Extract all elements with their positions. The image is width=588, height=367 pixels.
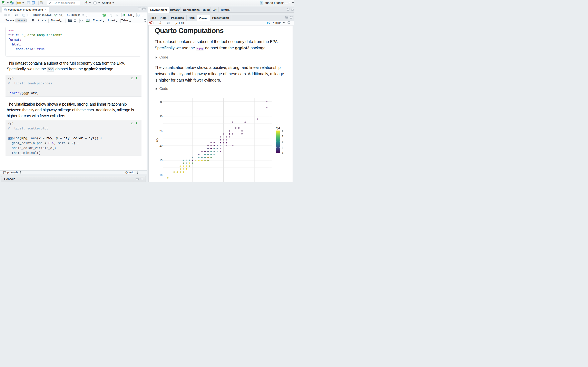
svg-text:8: 8 xyxy=(282,129,284,132)
svg-text:4: 4 xyxy=(282,151,284,155)
svg-text:30: 30 xyxy=(159,115,163,118)
svg-text:5: 5 xyxy=(282,146,284,149)
svg-text:ABC: ABC xyxy=(54,13,57,15)
svg-text:cyl: cyl xyxy=(276,126,280,130)
svg-text:cty: cty xyxy=(155,138,159,142)
svg-text:7: 7 xyxy=(282,135,284,138)
svg-text:15: 15 xyxy=(159,159,163,162)
svg-text:10: 10 xyxy=(159,174,163,176)
svg-text:25: 25 xyxy=(159,129,163,133)
svg-text:1: 1 xyxy=(73,19,73,20)
svg-text:6: 6 xyxy=(282,140,284,143)
svg-text:20: 20 xyxy=(159,144,163,147)
svg-text:G: G xyxy=(85,2,86,5)
svg-text:2: 2 xyxy=(73,21,73,22)
svg-text:35: 35 xyxy=(159,100,163,103)
svg-text:R: R xyxy=(261,2,263,4)
